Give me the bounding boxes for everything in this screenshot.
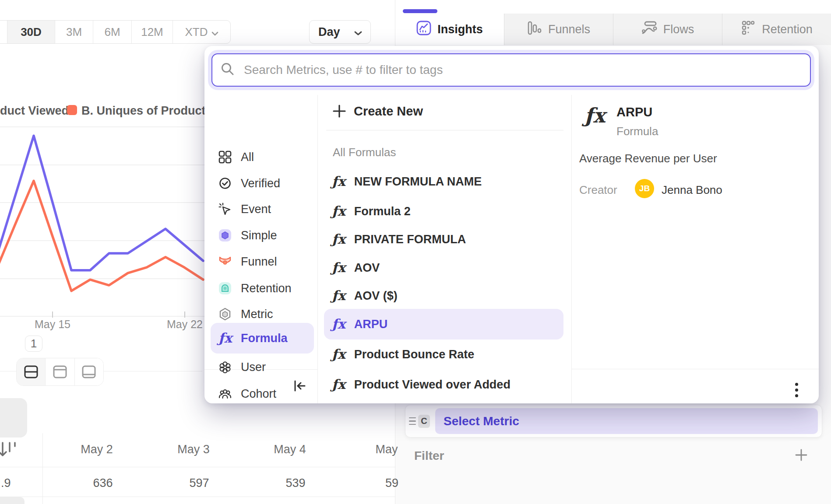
detail-title: ARPU <box>616 105 652 119</box>
formula-item[interactable]: ƒxFormula 2 <box>324 197 563 225</box>
formula-fx-icon: ƒx <box>332 378 345 391</box>
avatar: JB <box>635 179 654 198</box>
tab-label: Retention <box>762 23 813 36</box>
formula-item-label: AOV <box>354 261 380 275</box>
sidebar-item-label: Cohort <box>241 387 276 401</box>
table-column-header[interactable]: May <box>375 443 398 456</box>
tab-flows[interactable]: Flows <box>613 14 722 45</box>
range-button-6m[interactable]: 6M <box>93 21 131 43</box>
sort-icon[interactable] <box>0 440 19 461</box>
detail-type: Formula <box>616 125 658 138</box>
formula-item-label: Formula 2 <box>354 205 411 218</box>
layout-toggle-split-horizontal[interactable] <box>17 358 45 385</box>
formula-item[interactable]: ƒxNEW FORMULA NAME <box>324 168 563 196</box>
formula-item-label: AOV ($) <box>354 289 398 303</box>
formula-icon: ƒx <box>218 332 232 345</box>
cohort-icon <box>218 387 232 400</box>
table-column-divider <box>42 433 43 504</box>
table-cell: 597 <box>189 476 209 490</box>
detail-column-divider <box>571 95 572 403</box>
formula-fx-icon: ƒx <box>332 261 345 274</box>
search-bar <box>211 53 811 87</box>
table-cell: 539 <box>285 476 305 490</box>
active-tab-indicator <box>403 9 437 13</box>
sidebar-item-verified[interactable]: Verified <box>211 170 314 196</box>
table-column-header[interactable]: May 4 <box>274 443 306 456</box>
create-new-divider <box>326 130 563 130</box>
retention-icon <box>218 282 232 295</box>
sidebar-item-simple[interactable]: Simple <box>211 222 314 248</box>
sidebar-item-funnel[interactable]: Funnel <box>211 248 314 275</box>
sidebar-item-label: Simple <box>241 229 277 242</box>
range-partial[interactable] <box>0 21 7 43</box>
create-new-button[interactable]: Create New <box>333 101 560 122</box>
x-tick-label: May 22 <box>167 318 203 331</box>
range-button-3m[interactable]: 3M <box>55 21 93 43</box>
formula-fx-icon: ƒx <box>332 175 345 188</box>
table-row-label: .9 <box>1 476 11 490</box>
formula-fx-icon: ƒx <box>332 205 345 218</box>
metric-icon <box>218 308 232 321</box>
formula-fx-icon: ƒx <box>332 318 345 331</box>
funnels-icon <box>527 21 542 38</box>
formula-item[interactable]: ƒxAOV <box>324 254 563 282</box>
legend-swatch <box>67 105 77 115</box>
tab-insights[interactable]: Insights <box>395 14 504 45</box>
tab-funnels[interactable]: Funnels <box>504 14 613 45</box>
category-column-divider <box>317 95 318 403</box>
table-column-header[interactable]: May 3 <box>177 443 210 456</box>
all-icon <box>218 150 232 164</box>
search-input[interactable] <box>244 63 810 77</box>
more-options-icon[interactable] <box>789 379 804 400</box>
sidebar-item-event[interactable]: Event <box>211 196 314 222</box>
formula-item-label: NEW FORMULA NAME <box>354 175 482 189</box>
table-cell: 59 <box>385 476 398 490</box>
granularity-dropdown[interactable]: Day <box>309 20 371 44</box>
section-header: All Formulas <box>333 146 396 159</box>
table-column-header[interactable]: May 2 <box>81 443 113 456</box>
sidebar-item-label: Retention <box>241 282 292 295</box>
select-metric-button[interactable]: Select Metric <box>435 408 818 434</box>
drag-handle-icon[interactable] <box>409 417 416 425</box>
sidebar-item-label: Verified <box>241 177 280 190</box>
funnel-icon <box>218 255 232 268</box>
detail-description: Average Revenue per User <box>579 152 717 165</box>
creator-name: Jenna Bono <box>662 183 722 197</box>
chevron-down-icon <box>354 25 363 39</box>
insights-icon <box>416 21 431 38</box>
retention-tab-icon <box>741 21 756 38</box>
table-header-divider <box>0 467 395 467</box>
formula-fx-icon: ƒx <box>332 348 345 361</box>
search-icon <box>220 62 235 78</box>
formula-item[interactable]: ƒxARPU <box>324 309 563 340</box>
range-button-xtd[interactable]: XTD <box>173 21 230 43</box>
sidebar-item-all[interactable]: All <box>211 144 314 170</box>
formula-item-label: ARPU <box>354 318 388 331</box>
create-new-label: Create New <box>354 104 423 119</box>
layout-toggle-panel-top[interactable] <box>45 358 74 385</box>
formula-item[interactable]: ƒxAOV ($) <box>324 282 563 310</box>
clipped-chip-bottom <box>0 497 25 504</box>
chevron-down-icon <box>211 25 218 39</box>
simple-icon <box>218 229 232 242</box>
flows-icon <box>641 21 657 38</box>
sidebar-item-label: Funnel <box>241 255 277 269</box>
layout-toggle-panel-bottom[interactable] <box>74 358 103 385</box>
sidebar-item-formula[interactable]: ƒxFormula <box>211 323 314 354</box>
legend-label: duct Viewed <box>0 104 69 117</box>
tab-label: Funnels <box>548 23 590 36</box>
formula-item-label: Product Bounce Rate <box>354 348 475 361</box>
add-filter-button[interactable] <box>793 447 809 463</box>
sidebar-item-label: Metric <box>241 308 273 321</box>
range-button-12m[interactable]: 12M <box>131 21 173 43</box>
formula-item[interactable]: ƒxProduct Viewed over Added <box>324 371 563 399</box>
sidebar-item-label: Event <box>241 203 271 216</box>
range-button-30d[interactable]: 30D <box>7 21 55 43</box>
page-number-button[interactable]: 1 <box>25 336 42 352</box>
collapse-sidebar-icon[interactable] <box>290 377 309 395</box>
sidebar-item-user[interactable]: User <box>211 354 314 380</box>
sidebar-item-retention[interactable]: Retention <box>211 275 314 301</box>
formula-item[interactable]: ƒxProduct Bounce Rate <box>324 340 563 368</box>
formula-item[interactable]: ƒxPRIVATE FORMULA <box>324 225 563 253</box>
tab-retention[interactable]: Retention <box>722 14 831 45</box>
